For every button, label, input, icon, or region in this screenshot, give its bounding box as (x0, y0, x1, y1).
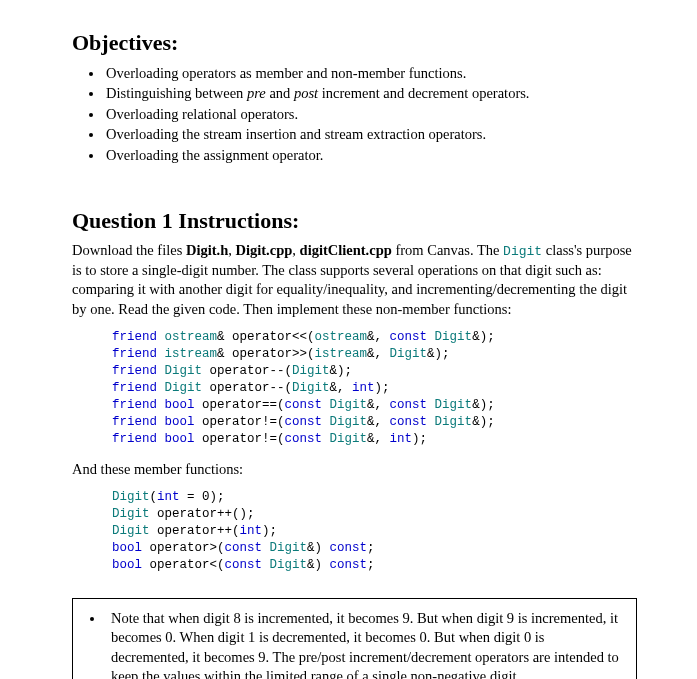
code-token: &); (330, 364, 353, 378)
em-text: post (294, 85, 318, 101)
code-token: bool (165, 415, 195, 429)
code-token: istream (315, 347, 368, 361)
code-token: ( (150, 490, 158, 504)
code-token: const (390, 415, 435, 429)
code-token: ostream (315, 330, 368, 344)
code-token: friend (112, 347, 165, 361)
objectives-heading: Objectives: (72, 28, 637, 58)
code-token: &, (367, 398, 390, 412)
code-token: Digit (330, 398, 368, 412)
note-text: Note that when digit 8 is incremented, i… (111, 610, 619, 680)
code-token: operator++( (150, 524, 240, 538)
code-token: Digit (330, 432, 368, 446)
code-token: Digit (390, 347, 428, 361)
code-token: const (285, 415, 330, 429)
code-token: ); (262, 524, 277, 538)
em-text: pre (247, 85, 266, 101)
code-token: Digit (435, 330, 473, 344)
list-item-text: Overloading the stream insertion and str… (106, 126, 486, 142)
code-token: ; (367, 558, 375, 572)
code-token: ); (412, 432, 427, 446)
question1-intro: Download the files Digit.h, Digit.cpp, d… (72, 241, 637, 319)
code-token: &); (472, 398, 495, 412)
list-item: Overloading the assignment operator. (104, 146, 637, 166)
code-token: Digit (435, 398, 473, 412)
code-token: const (285, 432, 330, 446)
code-token: istream (165, 347, 218, 361)
code-token: &, (367, 330, 390, 344)
code-token: ; (367, 541, 375, 555)
code-token: bool (165, 398, 195, 412)
code-token: &); (472, 415, 495, 429)
code-token: &, (367, 347, 390, 361)
code-token: &, (367, 415, 390, 429)
code-token: & operator<<( (217, 330, 315, 344)
code-token: & operator>>( (217, 347, 315, 361)
code-token: bool (165, 432, 195, 446)
code-token: friend (112, 432, 165, 446)
objectives-list: Overloading operators as member and non-… (86, 64, 637, 166)
code-token: int (390, 432, 413, 446)
code-token: operator--( (202, 381, 292, 395)
filename: Digit.cpp (236, 242, 293, 258)
code-token: Digit (435, 415, 473, 429)
intro-text: , (292, 242, 299, 258)
code-token: operator==( (195, 398, 285, 412)
intro-text: Download the files (72, 242, 186, 258)
code-token: int (157, 490, 180, 504)
code-token: ostream (165, 330, 218, 344)
code-token: bool (112, 558, 142, 572)
list-item: Overloading relational operators. (104, 105, 637, 125)
filename: Digit.h (186, 242, 228, 258)
code-token: operator!=( (195, 415, 285, 429)
list-item-text: Distinguishing between (106, 85, 247, 101)
code-token: const (285, 398, 330, 412)
class-name: Digit (503, 244, 542, 259)
code-token: operator--( (202, 364, 292, 378)
code-token: const (225, 558, 270, 572)
code-token: Digit (112, 490, 150, 504)
list-item-text: increment and decrement operators. (318, 85, 529, 101)
code-token: operator<( (142, 558, 225, 572)
code-token: friend (112, 364, 165, 378)
list-item-text: and (266, 85, 294, 101)
code-token: Digit (112, 507, 150, 521)
code-token: friend (112, 398, 165, 412)
code-token: int (352, 381, 375, 395)
intro-text: from Canvas. The (392, 242, 503, 258)
note-item: Note that when digit 8 is incremented, i… (105, 609, 622, 680)
code-token: const (330, 541, 368, 555)
list-item: Overloading the stream insertion and str… (104, 125, 637, 145)
code-token: Digit (292, 364, 330, 378)
list-item: Distinguishing between pre and post incr… (104, 84, 637, 104)
code-token: const (390, 330, 435, 344)
list-item-text: Overloading relational operators. (106, 106, 298, 122)
list-item-text: Overloading the assignment operator. (106, 147, 323, 163)
code-token: Digit (292, 381, 330, 395)
code-token: friend (112, 330, 165, 344)
code-token: Digit (165, 381, 203, 395)
list-item: Overloading operators as member and non-… (104, 64, 637, 84)
code-token: Digit (270, 541, 308, 555)
intro-text: , (228, 242, 235, 258)
code-token: bool (112, 541, 142, 555)
code-token: &) (307, 558, 330, 572)
code-token: Digit (165, 364, 203, 378)
code-token: friend (112, 415, 165, 429)
code-token: int (240, 524, 263, 538)
code-token: Digit (270, 558, 308, 572)
code-token: = 0); (180, 490, 225, 504)
code-token: &); (472, 330, 495, 344)
code-token: const (330, 558, 368, 572)
code-token: &); (427, 347, 450, 361)
member-intro: And these member functions: (72, 460, 637, 480)
list-item-text: Overloading operators as member and non-… (106, 65, 466, 81)
note-box: Note that when digit 8 is incremented, i… (72, 598, 637, 680)
code-token: &, (367, 432, 390, 446)
code-token: ); (375, 381, 390, 395)
code-token: &) (307, 541, 330, 555)
code-token: const (390, 398, 435, 412)
member-code: Digit(int = 0); Digit operator++(); Digi… (112, 489, 637, 573)
code-token: friend (112, 381, 165, 395)
code-token: operator>( (142, 541, 225, 555)
